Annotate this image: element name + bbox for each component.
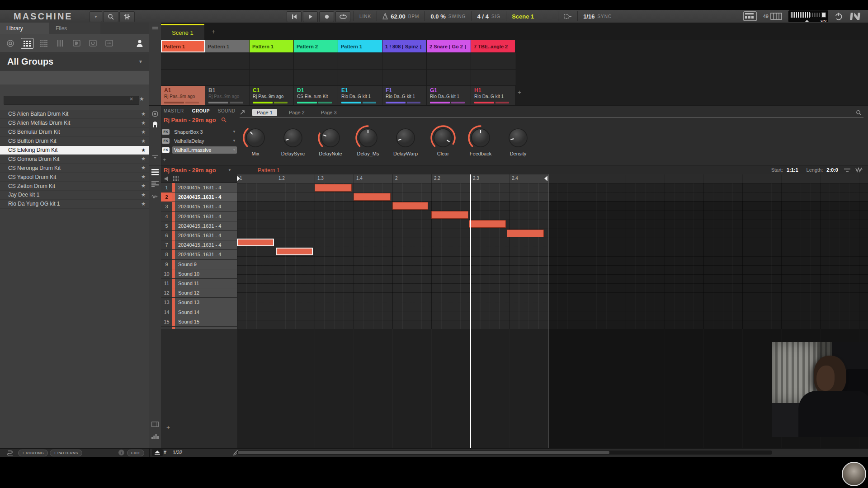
list-item[interactable]: Rio Da Yung OG kit 1★ [0, 200, 149, 209]
favorite-star-icon[interactable]: ★ [141, 147, 146, 153]
table-row[interactable]: 720240415..1631 - 4 [161, 240, 237, 250]
oneshots-filter-icon[interactable] [103, 38, 115, 48]
macro-knob[interactable]: DelaySync [274, 124, 311, 156]
macro-knob[interactable]: DelayWarp [387, 124, 424, 156]
table-row[interactable]: 320240415..1631 - 4 [161, 202, 237, 211]
record-button[interactable] [319, 11, 334, 22]
scrollbar-thumb[interactable] [238, 451, 609, 454]
favorite-star-icon[interactable]: ★ [141, 183, 146, 189]
expand-editor-button[interactable] [152, 449, 163, 456]
group-slot[interactable]: C1Rj Pas..9m ago [250, 86, 293, 105]
edit-toggle[interactable]: EDIT [127, 450, 144, 456]
metronome-icon[interactable] [382, 13, 388, 19]
logo-menu-button[interactable]: ▼ [90, 11, 102, 22]
favorite-star-icon[interactable]: ★ [141, 138, 146, 144]
table-row[interactable]: 820240415..1631 - 4 [161, 250, 237, 259]
favorite-star-icon[interactable]: ★ [141, 156, 146, 162]
note-clip[interactable] [315, 184, 352, 192]
pattern-slot[interactable]: 1 ! 808 [ Spinz ] [382, 40, 426, 52]
table-row[interactable]: 12Sound 12 [161, 288, 237, 298]
tab-library[interactable]: Library [0, 23, 55, 34]
channel-icon[interactable] [151, 110, 159, 117]
chevron-down-icon[interactable]: ▼ [228, 168, 231, 172]
keyboard-view-icon[interactable] [151, 422, 159, 427]
note-clip[interactable] [469, 220, 506, 228]
table-row[interactable]: 620240415..1631 - 4 [161, 231, 237, 240]
group-slot[interactable]: H1Rio Da..G kit 1 [471, 86, 515, 105]
pattern-slot[interactable]: Pattern 2 [294, 40, 338, 52]
note-clip[interactable] [237, 239, 274, 246]
list-item[interactable]: CS Bullton Drum Kit★ [0, 137, 149, 146]
browser-search-button[interactable] [103, 11, 118, 22]
note-clip[interactable] [354, 193, 391, 201]
favorite-star-icon[interactable]: ★ [141, 201, 146, 207]
tab-scene-1[interactable]: Scene 1 [161, 24, 204, 40]
pattern-slot[interactable]: Pattern 1 [250, 40, 293, 52]
favorite-star-icon[interactable]: ★ [141, 174, 146, 180]
keyboard-icon[interactable] [770, 13, 782, 20]
table-row[interactable]: 9Sound 9 [161, 260, 237, 269]
start-value[interactable]: 1:1:1 [787, 167, 798, 173]
perform-grid-value[interactable]: 1/16 [583, 13, 594, 20]
routing-toggle[interactable]: + ROUTING [18, 450, 48, 456]
group-slot[interactable]: E1Rio Da..G kit 1 [338, 86, 382, 105]
sampler-filter-icon[interactable] [71, 38, 82, 48]
playhead[interactable] [470, 174, 471, 449]
controller-icon[interactable] [743, 11, 757, 21]
search-clear-icon[interactable]: ✕ [129, 96, 133, 102]
group-slot[interactable]: D1CS Ele..rum Kit [294, 86, 338, 105]
list-item[interactable]: CS Alien Mefilas Drum Kit★ [0, 119, 149, 128]
audio-engine-power-icon[interactable] [835, 12, 843, 20]
time-signature-value[interactable]: 4 / 4 [477, 13, 489, 20]
list-item[interactable]: CS Alien Baltan Drum Kit★ [0, 110, 149, 119]
add-sound-button[interactable]: + [166, 424, 170, 431]
note-clip[interactable] [431, 211, 468, 219]
groups-filter-icon[interactable] [21, 38, 33, 49]
group-slot[interactable]: A1Rj Pas..9m ago [161, 86, 205, 105]
list-item[interactable]: CS Zetton Drum Kit★ [0, 182, 149, 191]
table-row[interactable]: 14Sound 14 [161, 307, 237, 317]
add-group-button[interactable]: + [518, 89, 521, 96]
table-row[interactable]: 420240415..1631 - 4 [161, 212, 237, 221]
automation-icon[interactable] [855, 167, 863, 173]
timeline-ruler[interactable]: 11.21.31.422.22.32.4 [237, 174, 868, 183]
pattern-grid-empty[interactable] [161, 53, 516, 86]
macro-knob[interactable]: Clear [425, 124, 462, 156]
favorites-filter-icon[interactable]: ★ [139, 96, 144, 102]
skip-to-start-button[interactable] [287, 11, 302, 22]
list-item[interactable]: CS Gomora Drum Kit★ [0, 155, 149, 164]
current-scene-display[interactable]: Scene 1 [512, 13, 534, 20]
macro-knob[interactable]: Mix [237, 124, 274, 156]
note-clip[interactable] [392, 202, 428, 210]
tab-files[interactable]: Files [49, 23, 106, 34]
projects-filter-icon[interactable] [5, 38, 16, 48]
sounds-filter-icon[interactable] [38, 38, 50, 48]
list-item[interactable]: CS Bemular Drum Kit★ [0, 128, 149, 137]
macro-knob[interactable]: Density [500, 124, 537, 156]
list-item[interactable]: Jay Dee kit 1★ [0, 191, 149, 200]
loop-end-marker[interactable] [544, 176, 547, 181]
group-slot[interactable]: B1Rj Pas..9m ago [205, 86, 249, 105]
group-filter-dropdown[interactable]: All Groups ▼ [0, 53, 149, 70]
table-row[interactable]: 520240415..1631 - 4 [161, 221, 237, 231]
note-clip[interactable] [276, 248, 313, 255]
page-tab[interactable]: Page 2 [284, 109, 309, 116]
tab-group[interactable]: GROUP [192, 108, 210, 113]
table-row[interactable]: 10Sound 10 [161, 269, 237, 279]
macro-knob[interactable]: Feedback [462, 124, 499, 156]
tab-sound[interactable]: SOUND [218, 108, 236, 113]
event-view-icon[interactable] [151, 181, 159, 187]
drag-handle-icon[interactable] [152, 26, 158, 30]
pad-grid-icon[interactable] [173, 176, 179, 181]
pattern-slot[interactable]: Pattern 1 [205, 40, 249, 52]
page-tab[interactable]: Page 1 [252, 109, 277, 116]
grid-settings-icon[interactable] [844, 168, 851, 172]
table-row[interactable]: 220240415..1631 - 4 [161, 192, 237, 202]
search-input[interactable] [4, 96, 139, 105]
favorite-star-icon[interactable]: ★ [141, 120, 146, 126]
pattern-slot[interactable]: 7 TBE..angle 2 [471, 40, 515, 52]
pattern-slot[interactable]: Pattern 1 [161, 40, 205, 52]
length-value[interactable]: 2:0:0 [826, 167, 838, 173]
group-slot[interactable]: G1Rio Da..G kit 1 [427, 86, 471, 105]
horizontal-scrollbar[interactable] [237, 450, 772, 455]
